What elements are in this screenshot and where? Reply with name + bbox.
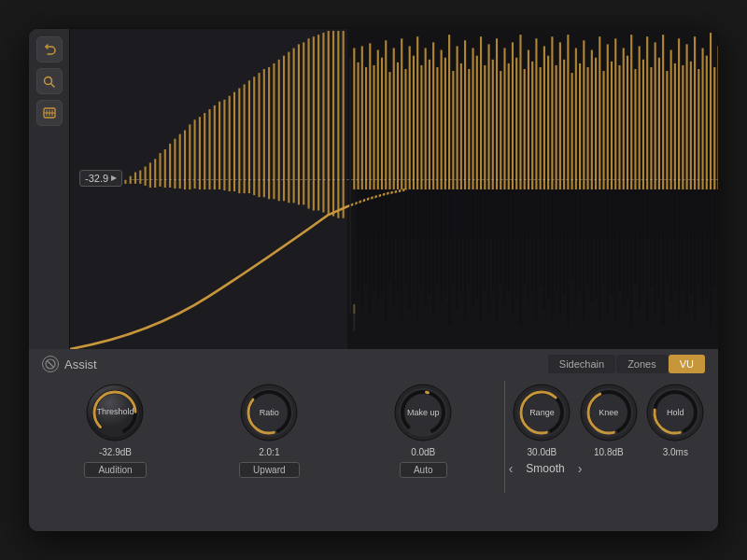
svg-rect-60 <box>369 43 371 189</box>
svg-rect-113 <box>579 63 581 189</box>
svg-rect-187 <box>457 189 458 309</box>
svg-rect-220 <box>587 189 589 285</box>
svg-rect-203 <box>519 189 521 325</box>
threshold-knob[interactable]: Threshold <box>83 381 147 444</box>
smooth-prev-button[interactable]: ‹ <box>509 461 514 476</box>
svg-rect-223 <box>599 189 600 323</box>
svg-rect-208 <box>540 189 542 287</box>
svg-rect-228 <box>618 189 620 290</box>
svg-rect-241 <box>670 189 672 302</box>
svg-rect-173 <box>401 189 402 321</box>
svg-rect-213 <box>559 189 561 314</box>
svg-rect-167 <box>377 189 379 302</box>
toolbar-btn-1[interactable] <box>36 36 63 63</box>
svg-rect-34 <box>248 80 250 193</box>
svg-rect-170 <box>388 189 390 281</box>
knee-knob[interactable]: Knee <box>577 381 641 444</box>
svg-rect-121 <box>611 62 613 189</box>
svg-rect-110 <box>567 35 569 189</box>
svg-rect-30 <box>229 96 231 191</box>
svg-rect-218 <box>579 189 581 293</box>
makeup-group: Make up 0.0dB Auto <box>346 381 500 478</box>
svg-rect-98 <box>519 35 521 189</box>
svg-rect-100 <box>528 50 529 189</box>
svg-rect-35 <box>253 77 255 195</box>
svg-rect-199 <box>503 189 505 304</box>
svg-rect-247 <box>694 189 696 323</box>
svg-rect-242 <box>674 189 676 293</box>
svg-rect-185 <box>448 189 450 325</box>
svg-rect-131 <box>650 67 652 189</box>
svg-rect-251 <box>710 189 712 327</box>
svg-rect-93 <box>500 71 501 189</box>
svg-rect-215 <box>567 189 569 325</box>
svg-rect-53 <box>343 31 345 218</box>
svg-rect-109 <box>563 60 565 189</box>
threshold-display[interactable]: -32.9 ▶ <box>79 170 122 187</box>
assist-section: Assist <box>42 356 97 372</box>
svg-rect-76 <box>432 42 434 189</box>
svg-rect-196 <box>492 189 494 295</box>
tab-zones[interactable]: Zones <box>616 355 668 373</box>
makeup-knob[interactable]: Make up <box>391 381 455 444</box>
svg-rect-227 <box>614 189 616 321</box>
range-knob[interactable]: Range <box>510 381 573 444</box>
toolbar-btn-meter[interactable] <box>36 100 63 126</box>
tab-vu[interactable]: VU <box>669 355 705 373</box>
svg-rect-250 <box>706 189 708 299</box>
svg-rect-87 <box>476 56 478 189</box>
svg-rect-211 <box>551 189 553 323</box>
svg-rect-232 <box>634 189 636 285</box>
svg-rect-177 <box>416 189 418 323</box>
svg-rect-248 <box>698 189 699 285</box>
svg-rect-172 <box>397 189 399 293</box>
hold-knob[interactable]: Hold <box>643 381 707 444</box>
plugin-window: /* generated inline */ <box>28 28 719 532</box>
auto-button[interactable]: Auto <box>400 462 447 478</box>
svg-rect-189 <box>464 189 466 318</box>
svg-rect-119 <box>602 71 604 189</box>
svg-rect-14 <box>149 162 151 188</box>
svg-rect-115 <box>587 67 589 189</box>
svg-rect-252 <box>713 189 715 287</box>
svg-rect-205 <box>528 189 529 302</box>
threshold-knob-label: Threshold <box>96 407 134 418</box>
svg-rect-17 <box>164 149 166 188</box>
range-group: Range 30.0dB <box>509 381 575 457</box>
svg-rect-99 <box>524 69 526 189</box>
svg-line-1 <box>51 83 55 87</box>
svg-rect-28 <box>218 102 220 189</box>
assist-text: Assist <box>64 357 97 371</box>
svg-rect-63 <box>381 58 383 189</box>
waveform-display: /* generated inline */ <box>70 29 718 349</box>
svg-rect-200 <box>508 189 510 293</box>
svg-rect-16 <box>159 153 161 187</box>
svg-rect-124 <box>623 48 625 189</box>
svg-rect-86 <box>472 48 474 189</box>
svg-rect-20 <box>179 134 181 189</box>
makeup-value-display: 0.0dB <box>411 447 435 457</box>
svg-rect-123 <box>618 65 620 189</box>
audition-button[interactable]: Audition <box>84 462 146 478</box>
svg-rect-147 <box>713 67 715 189</box>
upward-button[interactable]: Upward <box>239 462 299 478</box>
svg-rect-72 <box>416 36 418 189</box>
toolbar-btn-search[interactable] <box>36 68 63 94</box>
svg-rect-120 <box>607 44 609 189</box>
svg-rect-233 <box>639 189 641 309</box>
svg-rect-112 <box>575 48 577 189</box>
svg-rect-191 <box>472 189 474 304</box>
svg-rect-66 <box>393 48 395 189</box>
tab-sidechain[interactable]: Sidechain <box>548 355 615 373</box>
svg-rect-143 <box>698 69 699 189</box>
svg-rect-245 <box>686 189 688 312</box>
ratio-knob[interactable]: Ratio <box>237 381 301 444</box>
svg-rect-9 <box>124 180 126 184</box>
svg-rect-74 <box>425 48 427 189</box>
svg-rect-217 <box>575 189 577 304</box>
svg-rect-78 <box>441 50 443 189</box>
right-knobs-row: Range 30.0dB <box>509 381 709 457</box>
smooth-next-button[interactable]: › <box>578 461 583 476</box>
svg-rect-64 <box>385 40 387 189</box>
threshold-group: Threshold -32.9dB Audition <box>38 381 192 478</box>
